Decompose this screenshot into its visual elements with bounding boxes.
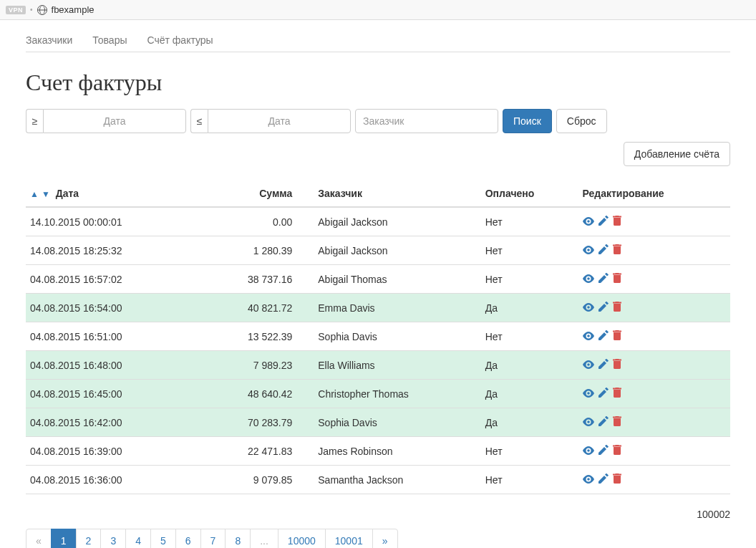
reset-button[interactable]: Сброс	[556, 109, 607, 133]
page-10001[interactable]: 10001	[325, 529, 373, 548]
view-icon[interactable]	[583, 274, 594, 285]
cell-customer: Abigail Thomas	[314, 265, 480, 294]
edit-icon[interactable]	[598, 359, 609, 371]
cell-sum: 0.00	[195, 207, 314, 236]
edit-icon[interactable]	[598, 216, 609, 228]
cell-sum: 7 989.23	[195, 351, 314, 380]
cell-date: 04.08.2015 16:57:02	[26, 265, 195, 294]
cell-paid: Нет	[481, 207, 578, 236]
col-date: ▲ ▼ Дата	[26, 181, 195, 207]
edit-icon[interactable]	[598, 388, 609, 400]
edit-icon[interactable]	[598, 244, 609, 256]
page-ellipsis: ...	[250, 529, 278, 548]
cell-sum: 70 283.79	[195, 408, 314, 437]
cell-customer: Sophia Davis	[314, 322, 480, 351]
page-5[interactable]: 5	[150, 529, 176, 548]
delete-icon[interactable]	[613, 359, 621, 371]
cell-date: 04.08.2015 16:36:00	[26, 466, 195, 494]
browser-bar: VPN • fbexample	[0, 0, 756, 20]
delete-icon[interactable]	[613, 388, 621, 400]
view-icon[interactable]	[583, 417, 594, 428]
edit-icon[interactable]	[598, 273, 609, 285]
cell-sum: 48 640.42	[195, 380, 314, 408]
view-icon[interactable]	[583, 360, 594, 371]
lte-symbol: ≤	[190, 109, 208, 133]
page-2[interactable]: 2	[76, 529, 102, 548]
url-text: fbexample	[52, 4, 94, 15]
view-icon[interactable]	[583, 216, 594, 228]
table-row: 04.08.2015 16:57:0238 737.16Abigail Thom…	[26, 265, 730, 294]
svg-point-7	[587, 420, 590, 423]
view-icon[interactable]	[583, 446, 594, 457]
search-button[interactable]: Поиск	[503, 109, 552, 133]
delete-icon[interactable]	[613, 445, 621, 457]
nav-tabs: Заказчики Товары Счёт фактуры	[26, 34, 730, 52]
cell-customer: James Robinson	[314, 437, 480, 466]
edit-icon[interactable]	[598, 416, 609, 428]
page-prev: «	[26, 529, 52, 548]
view-icon[interactable]	[583, 245, 594, 256]
page-10000[interactable]: 10000	[278, 529, 326, 548]
delete-icon[interactable]	[613, 330, 621, 342]
cell-date: 04.08.2015 16:39:00	[26, 437, 195, 466]
date-to-input[interactable]	[208, 109, 351, 133]
cell-date: 04.08.2015 16:51:00	[26, 322, 195, 351]
cell-customer: Christopher Thomas	[314, 380, 480, 408]
table-row: 04.08.2015 16:48:007 989.23Ella Williams…	[26, 351, 730, 380]
filter-row: ≥ ≤ Поиск Сброс	[26, 109, 730, 133]
svg-point-9	[587, 478, 590, 481]
nav-tab-invoices[interactable]: Счёт фактуры	[147, 34, 213, 46]
cell-customer: Abigail Jackson	[314, 207, 480, 236]
cell-paid: Нет	[481, 236, 578, 265]
view-icon[interactable]	[583, 331, 594, 342]
cell-date: 14.08.2015 18:25:32	[26, 236, 195, 265]
invoices-table: ▲ ▼ Дата Сумма Заказчик Оплачено Редакти…	[26, 181, 730, 494]
cell-actions	[578, 207, 730, 236]
cell-date: 04.08.2015 16:54:00	[26, 294, 195, 322]
page-next[interactable]: »	[372, 529, 398, 548]
vpn-badge: VPN	[6, 6, 26, 14]
col-date-label: Дата	[56, 188, 79, 199]
cell-actions	[578, 236, 730, 265]
delete-icon[interactable]	[613, 302, 621, 314]
svg-point-5	[587, 363, 590, 366]
svg-point-6	[587, 392, 590, 395]
cell-actions	[578, 294, 730, 322]
page-3[interactable]: 3	[100, 529, 126, 548]
cell-customer: Ella Williams	[314, 351, 480, 380]
svg-point-3	[587, 306, 590, 309]
page-7[interactable]: 7	[200, 529, 226, 548]
cell-paid: Нет	[481, 437, 578, 466]
edit-icon[interactable]	[598, 330, 609, 342]
delete-icon[interactable]	[613, 416, 621, 428]
page-4[interactable]: 4	[125, 529, 151, 548]
sort-desc-icon[interactable]: ▼	[42, 189, 50, 199]
edit-icon[interactable]	[598, 445, 609, 457]
svg-point-8	[587, 449, 590, 452]
edit-icon[interactable]	[598, 474, 609, 486]
edit-icon[interactable]	[598, 302, 609, 314]
delete-icon[interactable]	[613, 474, 621, 486]
page-8[interactable]: 8	[225, 529, 251, 548]
page-1[interactable]: 1	[51, 529, 77, 548]
svg-point-4	[587, 335, 590, 337]
view-icon[interactable]	[583, 302, 594, 314]
table-row: 04.08.2015 16:36:009 079.85Samantha Jack…	[26, 466, 730, 494]
delete-icon[interactable]	[613, 273, 621, 285]
col-sum: Сумма	[195, 181, 314, 207]
date-from-input[interactable]	[43, 109, 186, 133]
view-icon[interactable]	[583, 388, 594, 400]
customer-filter-input[interactable]	[355, 109, 498, 133]
nav-tab-goods[interactable]: Товары	[92, 34, 127, 46]
cell-sum: 40 821.72	[195, 294, 314, 322]
sort-asc-icon[interactable]: ▲	[30, 189, 39, 199]
add-invoice-button[interactable]: Добавление счёта	[624, 142, 730, 166]
delete-icon[interactable]	[613, 244, 621, 256]
delete-icon[interactable]	[613, 216, 621, 228]
nav-tab-customers[interactable]: Заказчики	[26, 34, 72, 46]
page-6[interactable]: 6	[175, 529, 201, 548]
svg-point-2	[587, 277, 590, 280]
separator-dot: •	[30, 6, 33, 14]
table-row: 04.08.2015 16:54:0040 821.72Emma DavisДа	[26, 294, 730, 322]
view-icon[interactable]	[583, 474, 594, 486]
